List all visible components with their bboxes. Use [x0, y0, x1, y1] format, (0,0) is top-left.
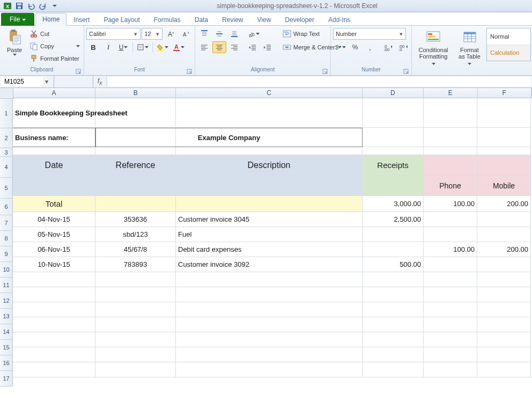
cell[interactable]: [424, 128, 477, 147]
cell[interactable]: 45/67/8: [95, 242, 176, 257]
cell[interactable]: [13, 176, 95, 196]
cell[interactable]: [363, 302, 424, 317]
cell[interactable]: [477, 227, 531, 242]
font-launcher-icon[interactable]: [186, 68, 193, 75]
cell[interactable]: Date: [13, 155, 95, 176]
cell[interactable]: 06-Nov-15: [13, 242, 95, 257]
cell[interactable]: Fuel: [176, 227, 363, 242]
tab-review[interactable]: Review: [215, 13, 250, 26]
cell[interactable]: 3,000.00: [363, 196, 424, 212]
cell[interactable]: [477, 332, 531, 347]
cell[interactable]: [363, 176, 424, 196]
tab-insert[interactable]: Insert: [66, 13, 97, 26]
align-right-icon[interactable]: [227, 41, 241, 53]
style-normal[interactable]: Normal: [487, 28, 530, 45]
cell[interactable]: [363, 362, 424, 377]
italic-button[interactable]: I: [101, 41, 115, 53]
cell[interactable]: [13, 347, 95, 362]
increase-indent-icon[interactable]: [261, 41, 275, 53]
row-header-9[interactable]: 9: [0, 246, 13, 262]
row-header-2[interactable]: 2: [0, 128, 13, 148]
cell[interactable]: [424, 317, 477, 332]
cell[interactable]: [424, 227, 477, 242]
cell[interactable]: [95, 362, 176, 377]
format-as-table-button[interactable]: Format as Table: [454, 27, 485, 68]
cell[interactable]: [363, 242, 424, 257]
cell[interactable]: Business name:: [13, 128, 95, 147]
font-color-button[interactable]: A: [171, 41, 186, 53]
cell[interactable]: [176, 347, 363, 362]
cell[interactable]: [176, 332, 363, 347]
cell[interactable]: [13, 147, 95, 155]
cell[interactable]: [424, 98, 477, 128]
row-header-11[interactable]: 11: [0, 278, 13, 293]
paste-button[interactable]: Paste: [2, 27, 27, 67]
cell-area[interactable]: Simple Bookkeeping SpreadsheetBusiness n…: [13, 98, 532, 408]
excel-menu-icon[interactable]: X: [2, 1, 13, 11]
number-launcher-icon[interactable]: [403, 68, 409, 75]
conditional-formatting-button[interactable]: Conditional Formatting: [414, 27, 453, 68]
row-header-1[interactable]: 1: [0, 98, 13, 128]
cell[interactable]: [363, 287, 424, 302]
row-header-6[interactable]: 6: [0, 199, 13, 215]
cell[interactable]: [176, 176, 363, 196]
align-bottom-icon[interactable]: [227, 28, 241, 40]
cell[interactable]: sbd/123: [95, 227, 176, 242]
copy-button[interactable]: Copy: [28, 40, 82, 52]
cell[interactable]: [176, 147, 363, 155]
col-header-A[interactable]: A: [13, 88, 95, 98]
col-header-B[interactable]: B: [95, 88, 176, 98]
tab-addins[interactable]: Add-Ins: [321, 13, 357, 26]
cell[interactable]: Mobile: [477, 176, 531, 196]
increase-decimal-icon[interactable]: .0.00: [381, 41, 395, 53]
cell[interactable]: [477, 317, 531, 332]
cell[interactable]: [363, 272, 424, 287]
cell[interactable]: 500.00: [363, 257, 424, 272]
row-header-13[interactable]: 13: [0, 309, 13, 324]
row-header-3[interactable]: 3: [0, 148, 13, 157]
font-name-combo[interactable]: Calibri▾: [86, 28, 141, 40]
cell[interactable]: [95, 317, 176, 332]
decrease-font-icon[interactable]: A: [179, 28, 193, 40]
fill-color-button[interactable]: [155, 41, 170, 53]
cell[interactable]: 200.00: [477, 242, 531, 257]
cell[interactable]: 100.00: [424, 242, 477, 257]
underline-button[interactable]: U: [116, 41, 130, 53]
cell[interactable]: [424, 272, 477, 287]
redo-icon[interactable]: [38, 1, 48, 11]
cell[interactable]: [477, 98, 531, 128]
cell[interactable]: Total: [13, 196, 95, 212]
number-format-combo[interactable]: Number▾: [333, 28, 406, 40]
cell[interactable]: [477, 147, 531, 155]
cell[interactable]: 783893: [95, 257, 176, 272]
qat-customize-icon[interactable]: [49, 1, 60, 11]
col-header-E[interactable]: E: [424, 88, 477, 98]
bold-button[interactable]: B: [86, 41, 100, 53]
cell[interactable]: [363, 317, 424, 332]
spreadsheet-grid[interactable]: ABCDEF 1234567891011121314151617 Simple …: [0, 88, 532, 408]
cell[interactable]: [95, 287, 176, 302]
cell[interactable]: [95, 332, 176, 347]
cell[interactable]: [363, 128, 424, 147]
cell[interactable]: Customer invoice 3045: [176, 212, 363, 227]
row-header-8[interactable]: 8: [0, 231, 13, 246]
orientation-button[interactable]: ab: [246, 28, 261, 40]
select-all-corner[interactable]: [0, 88, 13, 99]
cell[interactable]: [424, 332, 477, 347]
percent-button[interactable]: %: [348, 41, 362, 53]
cell[interactable]: Debit card expenses: [176, 242, 363, 257]
style-calculation[interactable]: Calculation: [487, 45, 530, 61]
cell[interactable]: [424, 362, 477, 377]
cell[interactable]: [424, 257, 477, 272]
accounting-format-button[interactable]: $: [333, 41, 347, 53]
cell[interactable]: [95, 147, 176, 155]
align-center-icon[interactable]: [212, 41, 226, 53]
cell[interactable]: [95, 196, 176, 212]
cell[interactable]: [363, 147, 424, 155]
name-box-dropdown-icon[interactable]: ▾: [43, 76, 50, 88]
cell[interactable]: [13, 272, 95, 287]
tab-view[interactable]: View: [250, 13, 278, 26]
cell[interactable]: [13, 302, 95, 317]
cell[interactable]: [424, 155, 477, 176]
row-header-16[interactable]: 16: [0, 355, 13, 371]
